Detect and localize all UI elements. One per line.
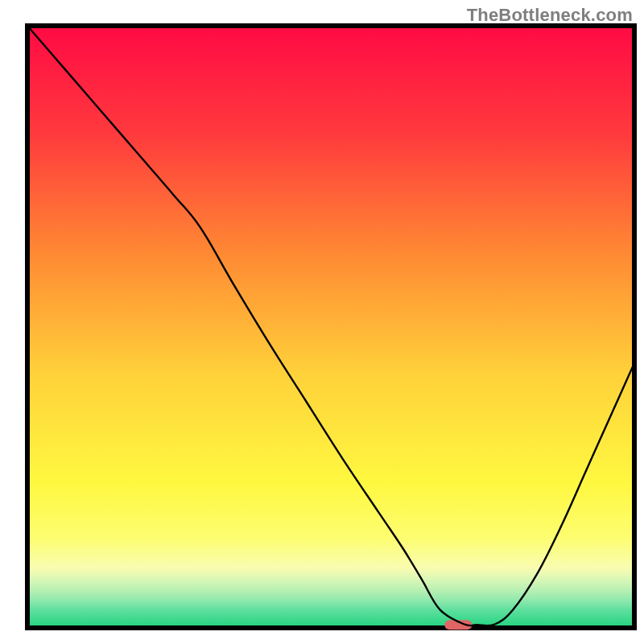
bottleneck-chart: TheBottleneck.com bbox=[0, 0, 644, 644]
watermark-label: TheBottleneck.com bbox=[467, 5, 633, 26]
chart-canvas bbox=[0, 0, 644, 644]
svg-rect-0 bbox=[27, 26, 634, 628]
